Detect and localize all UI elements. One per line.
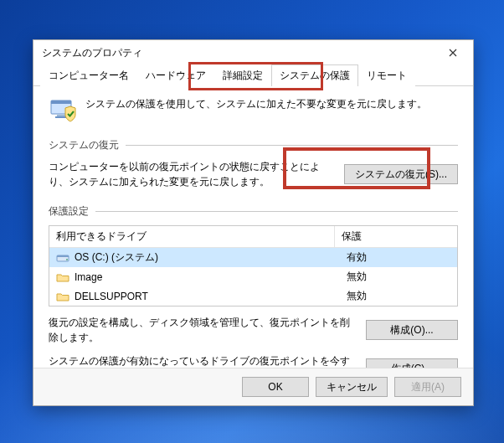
folder-icon	[56, 271, 69, 283]
tab-label: 詳細設定	[223, 70, 263, 81]
system-restore-row: コンピューターを以前の復元ポイントの状態に戻すことにより、システムに加えられた変…	[49, 159, 458, 189]
group-system-restore: システムの復元	[49, 138, 458, 152]
drive-table[interactable]: 利用できるドライブ 保護 OS (C:) (システム) 有効 Image 無効	[49, 225, 458, 306]
drive-icon	[56, 252, 69, 264]
tab-panel-system-protection: システムの保護を使用して、システムに加えた不要な変更を元に戻します。 システムの…	[33, 86, 473, 368]
drive-protection: 無効	[347, 270, 450, 284]
tab-remote[interactable]: リモート	[358, 64, 415, 86]
tab-advanced[interactable]: 詳細設定	[214, 64, 271, 86]
button-label: システムの復元(S)...	[355, 168, 447, 180]
configure-button[interactable]: 構成(O)...	[366, 320, 458, 340]
drive-name: OS (C:) (システム)	[75, 250, 347, 265]
system-restore-button[interactable]: システムの復元(S)...	[344, 164, 458, 184]
button-label: キャンセル	[327, 381, 377, 393]
button-label: OK	[268, 381, 282, 393]
close-button[interactable]	[436, 41, 470, 64]
button-label: 構成(O)...	[390, 324, 433, 336]
tab-label: コンピューター名	[49, 70, 129, 81]
window-title: システムのプロパティ	[42, 46, 436, 60]
drive-name: DELLSUPPORT	[75, 291, 347, 302]
tab-hardware[interactable]: ハードウェア	[137, 64, 214, 86]
tab-computer-name[interactable]: コンピューター名	[40, 64, 137, 86]
table-row[interactable]: DELLSUPPORT 無効	[49, 286, 457, 306]
svg-rect-2	[57, 115, 65, 116]
drive-protection: 無効	[347, 289, 450, 303]
titlebar[interactable]: システムのプロパティ	[33, 40, 473, 65]
intro-text: システムの保護を使用して、システムに加えた不要な変更を元に戻します。	[85, 96, 427, 125]
tab-label: ハードウェア	[146, 70, 206, 81]
group-label: システムの復元	[49, 138, 119, 152]
svg-rect-1	[51, 100, 71, 104]
divider	[95, 211, 458, 212]
table-header: 利用できるドライブ 保護	[49, 226, 457, 248]
group-label: 保護設定	[49, 204, 89, 219]
folder-icon	[56, 291, 69, 302]
group-protection-settings: 保護設定	[49, 204, 458, 219]
create-description: システムの保護が有効になっているドライブの復元ポイントを今すぐ作成します。	[49, 353, 357, 368]
button-label: 適用(A)	[411, 381, 445, 393]
tab-label: リモート	[367, 70, 407, 81]
svg-rect-5	[57, 255, 69, 257]
table-row[interactable]: Image 無効	[49, 267, 457, 286]
desktop-background: システムのプロパティ コンピューター名 ハードウェア 詳細設定 システムの保護 …	[0, 0, 504, 443]
table-row[interactable]: OS (C:) (システム) 有効	[49, 248, 457, 267]
system-properties-window: システムのプロパティ コンピューター名 ハードウェア 詳細設定 システムの保護 …	[33, 39, 474, 406]
tab-system-protection[interactable]: システムの保護	[271, 64, 358, 86]
button-label: 作成(C)...	[391, 363, 434, 368]
configure-row: 復元の設定を構成し、ディスク領域を管理して、復元ポイントを削除します。 構成(O…	[49, 315, 458, 345]
column-protection[interactable]: 保護	[335, 226, 457, 247]
drive-name: Image	[75, 271, 347, 283]
close-icon	[449, 49, 457, 57]
apply-button[interactable]: 適用(A)	[394, 377, 461, 397]
create-row: システムの保護が有効になっているドライブの復元ポイントを今すぐ作成します。 作成…	[49, 353, 458, 368]
configure-description: 復元の設定を構成し、ディスク領域を管理して、復元ポイントを削除します。	[49, 315, 357, 345]
restore-description: コンピューターを以前の復元ポイントの状態に戻すことにより、システムに加えられた変…	[49, 159, 336, 189]
drive-protection: 有効	[347, 250, 450, 265]
create-button[interactable]: 作成(C)...	[366, 358, 458, 368]
intro-row: システムの保護を使用して、システムに加えた不要な変更を元に戻します。	[49, 96, 458, 125]
tab-label: システムの保護	[280, 70, 350, 81]
svg-point-6	[66, 259, 68, 260]
ok-button[interactable]: OK	[242, 377, 309, 397]
tab-strip: コンピューター名 ハードウェア 詳細設定 システムの保護 リモート	[33, 65, 473, 86]
column-drive[interactable]: 利用できるドライブ	[49, 226, 335, 247]
dialog-footer: OK キャンセル 適用(A)	[33, 368, 473, 405]
cancel-button[interactable]: キャンセル	[316, 377, 388, 397]
divider	[126, 145, 458, 146]
shield-monitor-icon	[49, 96, 77, 125]
